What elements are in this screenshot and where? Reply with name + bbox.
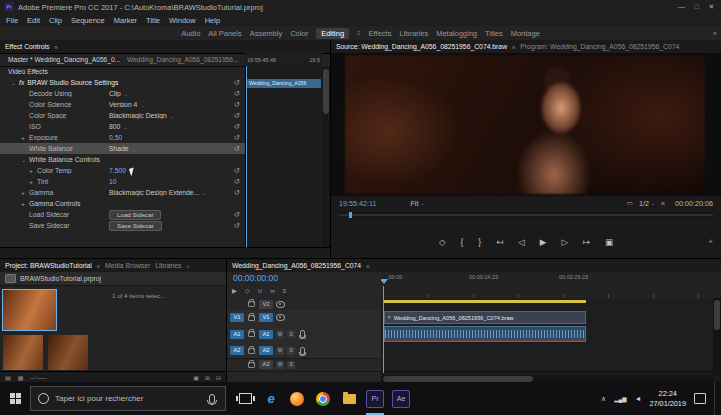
- selection-tool-icon[interactable]: ▶: [232, 287, 237, 294]
- workspace-menu-icon[interactable]: ≡: [357, 30, 361, 36]
- reset-param-icon[interactable]: ↺: [231, 210, 243, 219]
- menu-edit[interactable]: Edit: [27, 16, 40, 25]
- reset-param-icon[interactable]: ↺: [231, 166, 243, 175]
- reset-effect-icon[interactable]: ↺: [231, 78, 243, 87]
- tab-media-browser[interactable]: Media Browser: [105, 262, 150, 269]
- mute-button[interactable]: M: [276, 361, 284, 369]
- new-bin-icon[interactable]: ⊞: [205, 374, 210, 381]
- scrollbar-thumb[interactable]: [714, 300, 720, 330]
- playback-resolution-dropdown[interactable]: 1/2⌄: [639, 199, 655, 208]
- tab-project[interactable]: Project: BRAWStudioTutorial: [5, 262, 92, 269]
- search-mic-icon[interactable]: [209, 394, 215, 404]
- workspace-tab-color[interactable]: Color: [290, 29, 308, 38]
- scrollbar-thumb[interactable]: [323, 69, 329, 114]
- param-expand-icon[interactable]: ▸: [18, 190, 29, 196]
- param-expand-icon[interactable]: ▸: [26, 179, 37, 185]
- workspace-tab-editing[interactable]: Editing: [316, 28, 349, 39]
- group-white-balance-controls[interactable]: ⌄ White Balance Controls: [0, 154, 245, 165]
- track-output-icon[interactable]: [276, 314, 285, 321]
- comparison-view-icon[interactable]: ▭: [627, 199, 633, 207]
- iso-dropdown[interactable]: 800⌄: [109, 123, 128, 130]
- volume-icon[interactable]: ◄: [635, 395, 642, 402]
- premiere-taskbar-icon[interactable]: Pr: [362, 382, 388, 415]
- track-badge-a3[interactable]: A3: [259, 360, 273, 369]
- tab-program-monitor[interactable]: Program: Wedding_Dancing_A056_08251956_C…: [520, 43, 679, 50]
- clip-thumbnail[interactable]: [3, 335, 43, 370]
- decode-using-dropdown[interactable]: Clip⌄: [109, 90, 128, 97]
- mini-timeline-playhead[interactable]: [246, 66, 247, 248]
- panel-menu-icon[interactable]: ≡: [54, 44, 57, 50]
- voiceover-mic-icon[interactable]: [300, 347, 305, 355]
- param-expand-icon[interactable]: ▸: [18, 135, 29, 141]
- tint-value[interactable]: 10: [109, 178, 117, 185]
- track-badge-v1[interactable]: V1: [259, 313, 273, 322]
- chrome-taskbar-icon[interactable]: [310, 382, 336, 415]
- reset-param-icon[interactable]: ↺: [231, 100, 243, 109]
- source-current-timecode[interactable]: 19:55:42:11: [339, 199, 376, 208]
- clip-thumbnail-selected[interactable]: [3, 290, 56, 330]
- track-badge-a2[interactable]: A2: [259, 346, 273, 355]
- minimize-button[interactable]: —: [674, 3, 689, 11]
- master-clip-tab[interactable]: Master * Wedding_Dancing_A056_0...: [8, 56, 120, 63]
- start-button[interactable]: [0, 382, 30, 415]
- delete-icon[interactable]: ⊟: [216, 374, 221, 381]
- workspace-tab-metalogging[interactable]: Metalogging: [436, 29, 477, 38]
- save-sidecar-button[interactable]: Save Sidecar: [109, 221, 162, 231]
- show-desktop-button[interactable]: [714, 382, 719, 415]
- tab-sequence[interactable]: Wedding_Dancing_A056_08251956_C074: [232, 262, 361, 269]
- voiceover-mic-icon[interactable]: [300, 330, 305, 338]
- edge-taskbar-icon[interactable]: e: [258, 382, 284, 415]
- track-lane-a3[interactable]: [381, 358, 721, 372]
- workspace-overflow-icon[interactable]: »: [713, 29, 717, 38]
- lock-icon[interactable]: [248, 348, 255, 354]
- menu-sequence[interactable]: Sequence: [71, 16, 105, 25]
- workspace-tab-effects[interactable]: Effects: [369, 29, 392, 38]
- button-editor-icon[interactable]: +: [708, 237, 713, 246]
- reset-param-icon[interactable]: ↺: [231, 221, 243, 230]
- automate-to-sequence-icon[interactable]: ▣: [193, 374, 199, 381]
- timeline-playhead[interactable]: [383, 286, 384, 373]
- load-sidecar-button[interactable]: Load Sidecar: [109, 210, 161, 220]
- track-output-icon[interactable]: [276, 301, 285, 308]
- param-expand-icon[interactable]: ▸: [26, 168, 37, 174]
- timeline-ruler[interactable]: :00:00 00:00:14:23 00:00:29:23: [381, 272, 721, 299]
- step-forward-icon[interactable]: ▷: [561, 237, 568, 247]
- export-frame-icon[interactable]: ▣: [605, 237, 613, 247]
- network-icon[interactable]: ▂▄▆: [614, 396, 626, 402]
- solo-button[interactable]: S: [287, 347, 295, 355]
- settings-icon[interactable]: ≡: [661, 200, 665, 207]
- video-clip[interactable]: ≡ Wedding_Dancing_A056_08251956_C074.bra…: [384, 311, 586, 324]
- menu-file[interactable]: File: [6, 16, 18, 25]
- source-scrubber[interactable]: [339, 212, 713, 218]
- white-balance-dropdown[interactable]: Shade⌄: [109, 145, 136, 152]
- timeline-settings-icon[interactable]: ≡: [283, 287, 287, 294]
- snap-icon[interactable]: ∪: [258, 287, 263, 294]
- track-badge-a1[interactable]: A1: [259, 330, 273, 339]
- workspace-tab-libraries[interactable]: Libraries: [399, 29, 428, 38]
- lock-icon[interactable]: [248, 301, 255, 307]
- go-to-out-icon[interactable]: ↦: [583, 237, 590, 247]
- add-marker-icon[interactable]: ◇: [245, 287, 250, 294]
- tab-source-monitor[interactable]: Source: Wedding_Dancing_A056_08251956_C0…: [336, 43, 507, 50]
- track-badge-v2[interactable]: V2: [259, 300, 273, 309]
- exposure-value[interactable]: 0,50: [109, 134, 122, 141]
- timeline-vscrollbar[interactable]: [713, 298, 721, 375]
- source-patch-a1[interactable]: A1: [230, 330, 244, 339]
- mini-timeline-clip[interactable]: Wedding_Dancing_A056: [247, 79, 321, 88]
- mute-button[interactable]: M: [276, 330, 284, 338]
- effect-controls-mini-ruler[interactable]: 19:55:45:46 19:5: [245, 53, 322, 67]
- color-science-dropdown[interactable]: Version 4⌄: [109, 101, 145, 108]
- reset-param-icon[interactable]: ↺: [231, 188, 243, 197]
- effect-controls-mini-timeline[interactable]: Wedding_Dancing_A056: [245, 66, 322, 248]
- menu-marker[interactable]: Marker: [114, 16, 137, 25]
- step-back-icon[interactable]: ◁: [518, 237, 525, 247]
- play-button[interactable]: ▶: [540, 237, 547, 247]
- source-patch-v1[interactable]: V1: [230, 313, 244, 322]
- action-center-icon[interactable]: [694, 393, 706, 404]
- add-marker-icon[interactable]: ◇: [439, 237, 446, 247]
- timeline-timecode[interactable]: 00:00:00:00: [233, 273, 278, 283]
- color-temp-value[interactable]: 7.500: [109, 167, 126, 174]
- go-to-in-icon[interactable]: ↤: [496, 237, 503, 247]
- panel-menu-icon[interactable]: ≡: [97, 263, 100, 269]
- menu-clip[interactable]: Clip: [49, 16, 62, 25]
